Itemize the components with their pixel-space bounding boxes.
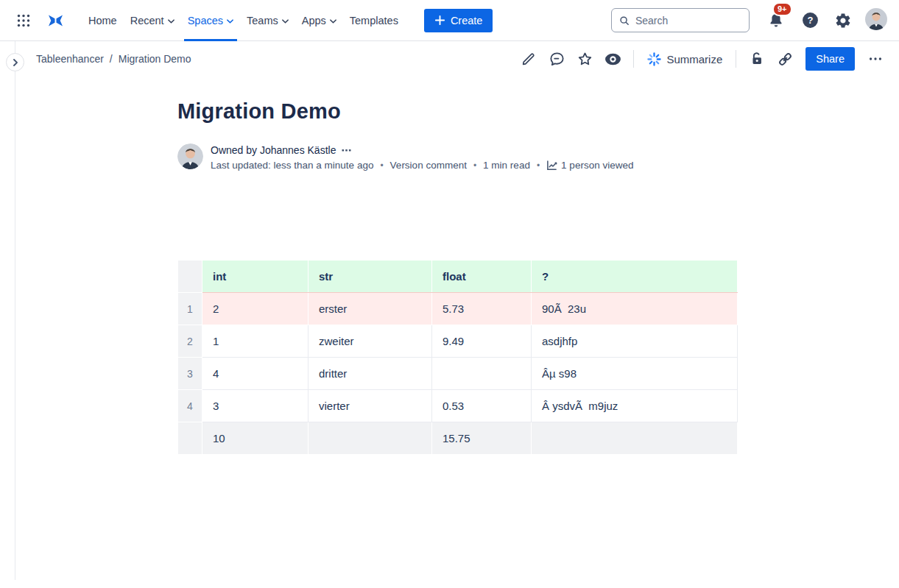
viewed-count: 1 person viewed: [561, 160, 633, 171]
eye-icon: [604, 50, 622, 68]
byline: Owned by Johannes Kästle Last updated: l…: [177, 144, 737, 171]
table-cell: Â ysdvÃ m9juz: [532, 390, 738, 422]
watch-button[interactable]: [601, 47, 624, 71]
user-avatar[interactable]: [865, 8, 887, 32]
settings-button[interactable]: [831, 9, 855, 32]
table-cell: 2: [202, 293, 309, 325]
pencil-icon: [521, 51, 537, 67]
table-row: 4 3 vierter 0.53 Â ysdvÃ m9juz: [178, 390, 738, 422]
nav-recent-label: Recent: [130, 15, 164, 26]
table-cell: 0.53: [432, 390, 532, 422]
table-cell: 1: [202, 325, 309, 358]
column-header: float: [432, 261, 532, 293]
meta-separator: •: [473, 160, 476, 171]
topnav-right: 9+ ?: [611, 8, 887, 32]
star-button[interactable]: [573, 47, 596, 71]
owner-link[interactable]: Owned by Johannes Kästle: [211, 144, 336, 156]
edit-button[interactable]: [517, 47, 540, 71]
share-button[interactable]: Share: [805, 47, 855, 71]
chevron-down-icon: [282, 19, 289, 24]
analytics-viewed[interactable]: 1 person viewed: [546, 160, 633, 171]
breadcrumb-page-link[interactable]: Migration Demo: [119, 53, 191, 65]
app-switcher-grid-icon: [16, 13, 31, 28]
gear-icon: [834, 12, 852, 29]
chevron-down-icon: [227, 19, 233, 24]
byline-more-icon[interactable]: [342, 145, 352, 155]
breadcrumb-space-link[interactable]: Tableenhancer: [36, 53, 104, 65]
table-footer-row: 10 15.75: [178, 422, 738, 455]
row-number: 1: [178, 293, 202, 325]
copy-link-button[interactable]: [773, 47, 797, 71]
table-cell: Âµ s98: [532, 358, 738, 390]
footer-cell: [309, 422, 432, 455]
notifications-badge: 9+: [772, 2, 792, 16]
table-cell: erster: [309, 293, 432, 325]
table-row: 2 1 zweiter 9.49 asdjhfp: [178, 325, 738, 358]
page-meta: Last updated: less than a minute ago • V…: [211, 160, 633, 171]
table-cell: 4: [202, 358, 309, 390]
unlock-icon: [749, 51, 765, 67]
corner-cell: [178, 261, 202, 293]
table-cell: 9.49: [432, 325, 532, 358]
top-navigation: Home Recent Spaces Teams Apps Templates: [0, 0, 899, 41]
nav-teams[interactable]: Teams: [240, 0, 295, 41]
app-switcher-button[interactable]: [13, 10, 34, 31]
confluence-logo-icon: [46, 12, 66, 29]
page-canvas: Tableenhancer / Migration Demo: [0, 41, 899, 587]
plus-icon: [434, 15, 445, 26]
confluence-logo[interactable]: [43, 9, 68, 32]
column-header: int: [202, 261, 309, 293]
search-box[interactable]: [611, 8, 750, 32]
more-actions-button[interactable]: [864, 47, 887, 71]
nav-spaces[interactable]: Spaces: [181, 0, 240, 41]
nav-recent[interactable]: Recent: [124, 0, 181, 41]
help-button[interactable]: ?: [798, 8, 822, 32]
page-actions: Summarize: [517, 47, 887, 71]
search-icon: [619, 15, 630, 26]
page-title: Migration Demo: [177, 99, 737, 124]
table-cell: 3: [202, 390, 309, 422]
chevron-right-icon: [12, 59, 19, 66]
nav-teams-label: Teams: [247, 15, 278, 26]
summarize-button[interactable]: Summarize: [643, 49, 727, 69]
meta-separator: •: [537, 160, 540, 171]
create-button[interactable]: Create: [424, 9, 493, 32]
column-header: str: [309, 261, 432, 293]
nav-templates[interactable]: Templates: [343, 0, 405, 41]
notifications-wrap: 9+: [764, 9, 788, 32]
nav-templates-label: Templates: [350, 15, 398, 26]
table-cell: 5.73: [432, 293, 532, 325]
owner-avatar-image: [177, 144, 203, 169]
sidebar-divider: [15, 41, 15, 580]
restrictions-button[interactable]: [745, 47, 769, 71]
page-content: Migration Demo: [177, 99, 737, 455]
primary-nav: Home Recent Spaces Teams Apps Templates: [82, 0, 405, 41]
expand-sidebar-button[interactable]: [6, 53, 24, 71]
owner-avatar[interactable]: [177, 144, 203, 169]
summarize-label: Summarize: [666, 53, 722, 65]
comment-button[interactable]: [545, 47, 568, 71]
ai-sparkle-icon: [647, 52, 661, 66]
footer-cell: 15.75: [432, 422, 532, 455]
actions-divider: [633, 50, 634, 68]
footer-cell: [532, 422, 738, 455]
table-row: 3 4 dritter Âµ s98: [178, 358, 738, 390]
confluence-app: Home Recent Spaces Teams Apps Templates: [0, 0, 899, 588]
read-time: 1 min read: [483, 160, 530, 171]
star-icon: [577, 51, 593, 68]
column-header: ?: [532, 261, 738, 293]
row-number: [178, 422, 202, 455]
table-cell: asdjhfp: [532, 325, 738, 358]
nav-spaces-label: Spaces: [188, 15, 223, 26]
table-header-row: int str float ?: [178, 261, 738, 293]
breadcrumb: Tableenhancer / Migration Demo: [36, 53, 191, 65]
breadcrumb-bar: Tableenhancer / Migration Demo: [0, 41, 899, 77]
version-comment-link[interactable]: Version comment: [390, 160, 467, 171]
table-cell: dritter: [309, 358, 432, 390]
nav-home[interactable]: Home: [82, 0, 124, 41]
link-icon: [777, 51, 794, 68]
nav-apps[interactable]: Apps: [295, 0, 343, 41]
search-input[interactable]: [635, 15, 741, 26]
row-number: 2: [178, 325, 202, 358]
comment-icon: [549, 51, 565, 68]
